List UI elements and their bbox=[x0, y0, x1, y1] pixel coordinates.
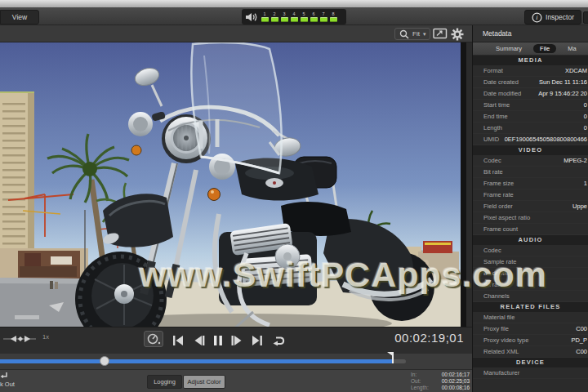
metadata-row: End time0 bbox=[473, 111, 588, 122]
in-label: In: bbox=[411, 372, 416, 378]
audio-level-led bbox=[310, 17, 318, 22]
metadata-label: Field order bbox=[483, 203, 513, 210]
timeline[interactable] bbox=[0, 354, 472, 369]
metadata-value: PD_P bbox=[571, 336, 587, 344]
fullscreen-preview-icon[interactable] bbox=[433, 28, 448, 39]
metadata-row: Sample rate bbox=[473, 256, 588, 268]
audio-channels: 12345678 bbox=[261, 11, 337, 22]
partial-toolbar-icon[interactable] bbox=[583, 11, 588, 24]
metadata-label: End time bbox=[483, 113, 508, 120]
audio-channel-1: 1 bbox=[261, 11, 269, 22]
out-point-marker[interactable] bbox=[386, 351, 396, 364]
go-to-start-button[interactable] bbox=[172, 335, 185, 346]
metadata-value: 0 bbox=[584, 101, 587, 109]
tab-file[interactable]: File bbox=[533, 44, 556, 53]
zoom-control[interactable]: Fit ▾ bbox=[394, 28, 430, 40]
shuttle-control[interactable] bbox=[3, 334, 36, 344]
loop-playback-button[interactable] bbox=[271, 335, 286, 346]
metadata-row: Frame rate bbox=[473, 189, 588, 201]
metadata-label: Proxy video type bbox=[483, 336, 528, 344]
gear-icon[interactable] bbox=[451, 28, 464, 41]
metadata-value: C00 bbox=[576, 348, 587, 355]
svg-text:i: i bbox=[536, 13, 538, 21]
metadata-label: Codec bbox=[483, 157, 501, 164]
metadata-sections: MEDIAFormatXDCAMDate createdSun Dec 11 1… bbox=[473, 56, 588, 379]
metadata-label: Date created bbox=[483, 78, 519, 86]
metadata-label: Pixel aspect ratio bbox=[483, 214, 530, 221]
zoom-level-label[interactable]: Fit bbox=[412, 30, 420, 38]
previous-frame-button[interactable] bbox=[193, 335, 206, 346]
video-preview[interactable] bbox=[0, 42, 466, 327]
speaker-icon bbox=[245, 12, 257, 22]
go-to-end-button[interactable] bbox=[251, 335, 264, 346]
metadata-row: Start time0 bbox=[473, 100, 588, 111]
audio-channel-6: 6 bbox=[310, 11, 318, 22]
playhead-handle[interactable] bbox=[100, 356, 109, 366]
chevron-down-icon[interactable]: ▾ bbox=[423, 31, 426, 38]
section-header-media: MEDIA bbox=[473, 56, 588, 65]
metadata-row: Bit rate bbox=[473, 279, 588, 291]
metadata-row: Pixel aspect ratio bbox=[473, 212, 588, 224]
bottom-toolbar: k Out Logging Adjust Color In: 00:02:16;… bbox=[0, 369, 472, 392]
next-frame-button[interactable] bbox=[230, 335, 243, 346]
metadata-value: 1 bbox=[584, 180, 587, 187]
logging-button[interactable]: Logging bbox=[147, 375, 182, 389]
metadata-row: Date createdSun Dec 11 11:16 bbox=[473, 77, 588, 88]
adjust-color-button[interactable]: Adjust Color bbox=[183, 375, 225, 389]
metadata-row: Field orderUppe bbox=[473, 201, 588, 212]
metadata-label: Related XML bbox=[483, 348, 519, 355]
mark-out-button[interactable]: k Out bbox=[0, 372, 8, 381]
metadata-row: Bit rate bbox=[473, 167, 588, 178]
metadata-value: XDCAM bbox=[565, 67, 587, 74]
metadata-row: Frame count bbox=[473, 224, 588, 235]
audio-level-led bbox=[281, 17, 288, 22]
catalyst-browse-window: Catalyst Browse View 12345678 i Inspecto… bbox=[0, 0, 588, 392]
metadata-label: Proxy file bbox=[483, 325, 509, 332]
inspector-button[interactable]: i Inspector bbox=[524, 10, 581, 24]
metadata-label: Channels bbox=[483, 292, 510, 300]
view-button[interactable]: View bbox=[0, 10, 39, 24]
section-header-device: DEVICE bbox=[473, 358, 588, 368]
metadata-panel: Metadata SummaryFileMa MEDIAFormatXDCAMD… bbox=[472, 25, 588, 392]
in-value: 00:02:16;17 bbox=[442, 372, 470, 378]
tab-ma[interactable]: Ma bbox=[561, 44, 582, 53]
viewer-column: Fit ▾ bbox=[0, 25, 472, 392]
audio-level-led bbox=[320, 17, 327, 22]
metadata-row: Proxy fileC00 bbox=[473, 323, 588, 335]
section-header-audio: AUDIO bbox=[473, 235, 588, 245]
metadata-tabs: SummaryFileMa bbox=[473, 42, 588, 56]
metadata-row: Manufacturer bbox=[473, 368, 588, 379]
metadata-row: Bit depth bbox=[473, 268, 588, 279]
out-value: 00:02:25;03 bbox=[442, 378, 470, 385]
video-frame-motorcycle-scene bbox=[0, 42, 466, 327]
section-header-video: VIDEO bbox=[473, 145, 588, 155]
viewer-toolbar: Fit ▾ bbox=[0, 25, 472, 42]
audio-channel-2: 2 bbox=[270, 11, 278, 22]
play-speed-dial-button[interactable] bbox=[144, 331, 163, 347]
audio-meter[interactable]: 12345678 bbox=[242, 9, 346, 24]
tab-summary[interactable]: Summary bbox=[489, 44, 528, 53]
metadata-value: C00 bbox=[576, 325, 587, 332]
metadata-row: Proxy video typePD_P bbox=[473, 335, 588, 346]
audio-level-led bbox=[261, 17, 269, 22]
audio-channel-5: 5 bbox=[300, 11, 308, 22]
metadata-row: Length0 bbox=[473, 122, 588, 134]
audio-channel-3: 3 bbox=[280, 11, 288, 22]
pause-button[interactable] bbox=[212, 335, 225, 346]
section-header-related-files: RELATED FILES bbox=[473, 302, 588, 312]
transport-bar: 1x bbox=[0, 327, 472, 354]
metadata-label: Start time bbox=[483, 101, 510, 109]
mark-out-label: k Out bbox=[0, 381, 15, 388]
metadata-label: Bit depth bbox=[483, 270, 508, 277]
audio-level-led bbox=[271, 17, 278, 22]
timeline-progress-bar[interactable] bbox=[0, 359, 394, 363]
metadata-label: Date modified bbox=[483, 90, 521, 97]
titlebar: Catalyst Browse bbox=[0, 0, 588, 7]
metadata-label: Length bbox=[483, 124, 502, 131]
metadata-label: UMID bbox=[483, 136, 499, 143]
metadata-row: CodecMPEG-2 bbox=[473, 155, 588, 167]
metadata-row: Related XMLC00 bbox=[473, 346, 588, 358]
dial-icon bbox=[145, 332, 162, 345]
metadata-value: 0 bbox=[584, 113, 587, 120]
metadata-label: Codec bbox=[483, 247, 501, 254]
